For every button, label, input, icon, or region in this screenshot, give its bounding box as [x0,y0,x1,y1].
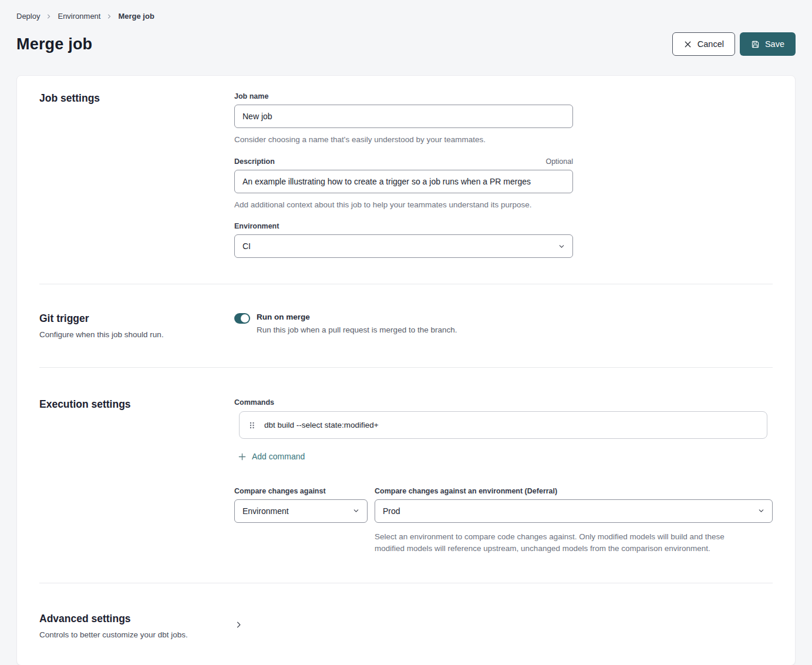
run-on-merge-toggle[interactable] [234,313,250,324]
description-label: Description [234,157,275,166]
compare-against-select[interactable]: Environment [234,499,368,523]
section-job-settings: Job settings Job name Consider choosing … [17,76,795,284]
job-settings-heading: Job settings [39,92,234,105]
execution-settings-heading: Execution settings [39,398,234,411]
breadcrumb-deploy[interactable]: Deploy [16,12,40,21]
run-on-merge-description: Run this job when a pull request is merg… [257,325,457,334]
job-name-helper: Consider choosing a name that's easily u… [234,134,573,146]
environment-select-value: CI [242,241,251,251]
chevron-right-icon[interactable] [234,620,243,639]
deferral-group: Compare changes against an environment (… [375,487,773,555]
save-button[interactable]: Save [740,32,796,56]
add-command-button[interactable]: Add command [238,452,305,461]
git-trigger-heading: Git trigger [39,313,234,325]
job-name-field-group: Job name Consider choosing a name that's… [234,92,573,146]
environment-field-group: Environment CI [234,222,573,258]
close-icon [683,40,692,49]
description-helper: Add additional context about this job to… [234,199,573,211]
compare-against-label: Compare changes against [234,487,326,495]
add-command-label: Add command [252,452,305,461]
commands-label: Commands [234,398,773,407]
run-on-merge-label: Run on merge [257,313,457,321]
cancel-button-label: Cancel [698,39,724,49]
save-button-label: Save [765,39,784,49]
compare-against-value: Environment [242,506,289,516]
command-text[interactable]: dbt build --select state:modified+ [264,421,379,429]
deferral-value: Prod [383,506,400,516]
advanced-settings-subtitle: Controls to better customize your dbt jo… [39,630,234,639]
section-git-trigger: Git trigger Configure when this job shou… [17,284,795,367]
deferral-select[interactable]: Prod [375,499,773,523]
command-row[interactable]: dbt build --select state:modified+ [239,411,767,439]
description-input[interactable] [234,170,573,193]
optional-badge: Optional [545,157,573,166]
compare-against-group: Compare changes against Environment [234,487,368,555]
environment-select[interactable]: CI [234,234,573,258]
plus-icon [238,452,247,461]
run-on-merge-row: Run on merge Run this job when a pull re… [234,313,773,334]
job-name-input[interactable] [234,105,573,128]
drag-handle-icon[interactable] [247,418,257,432]
breadcrumb: Deploy Environment Merge job [16,12,796,21]
job-name-label: Job name [234,92,268,100]
compare-row: Compare changes against Environment Comp… [234,487,773,555]
save-floppy-icon [751,40,760,49]
advanced-settings-heading: Advanced settings [39,613,234,625]
breadcrumb-merge-job: Merge job [118,12,154,21]
breadcrumb-environment[interactable]: Environment [58,12,100,21]
page-header: Merge job Cancel Save [16,32,796,56]
environment-label: Environment [234,222,279,230]
chevron-down-icon [352,507,360,515]
chevron-right-icon [45,13,52,20]
section-execution-settings: Execution settings Commands dbt build --… [17,368,795,583]
page-title: Merge job [16,35,92,53]
description-field-group: Description Optional Add additional cont… [234,157,573,211]
cancel-button[interactable]: Cancel [672,32,735,56]
section-advanced-settings[interactable]: Advanced settings Controls to better cus… [17,583,795,665]
chevron-down-icon [757,507,765,515]
toggle-knob [241,314,249,323]
chevron-right-icon [106,13,113,20]
deferral-helper: Select an environment to compare code ch… [375,531,756,555]
job-settings-card: Job settings Job name Consider choosing … [16,75,796,665]
merge-job-page: Deploy Environment Merge job Merge job C… [0,0,812,665]
deferral-label: Compare changes against an environment (… [375,487,557,495]
git-trigger-subtitle: Configure when this job should run. [39,330,234,339]
header-actions: Cancel Save [672,32,796,56]
chevron-down-icon [558,243,565,250]
